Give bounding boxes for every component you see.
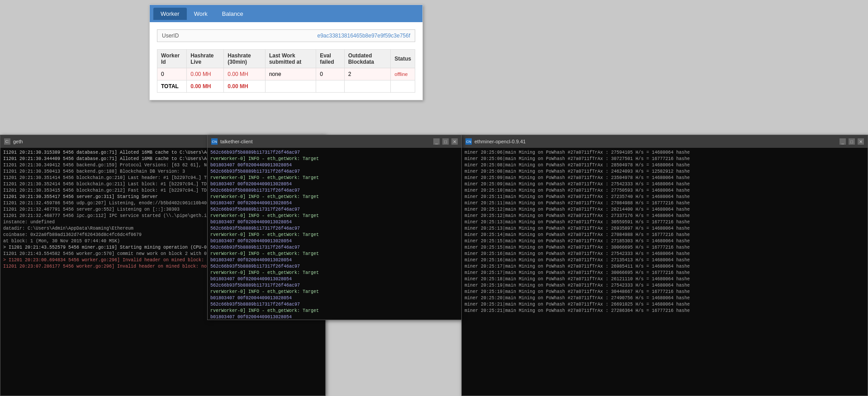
terminal-line: miner 20:25:13|main Mining on PoWhash #2… — [465, 226, 865, 232]
workers-table: Worker Id Hashrate Live Hashrate (30min)… — [157, 49, 415, 93]
tab-bar: Worker Work Balance — [150, 5, 422, 22]
terminal-line: 562c66b93f5b8889b117317f26f46ac97 — [210, 188, 459, 194]
terminal-line: miner 20:25:21|main Mining on PoWhash #2… — [465, 308, 865, 314]
ethminer-controls: _ □ ✕ — [840, 138, 864, 145]
terminal-line: 562c66b93f5b8889b117317f26f46ac97 — [210, 283, 459, 289]
talkclient-controls: _ □ ✕ — [433, 138, 458, 145]
talkclient-title: talkether-client — [220, 139, 433, 144]
mining-pool-panel: Worker Work Balance UserID e9ac338138164… — [149, 5, 423, 100]
cell-total-hashrate-live: 0.00 MH — [187, 80, 224, 93]
table-row: 0 0.00 MH 0.00 MH none 0 2 offline — [157, 68, 415, 80]
ethminer-minimize-btn[interactable]: _ — [840, 138, 846, 145]
terminal-line: b01803407 00f02004409013028054 — [210, 238, 459, 245]
talkclient-minimize-btn[interactable]: _ — [433, 138, 440, 145]
terminal-line: 562c66b93f5b8889b117317f26f46ac97 — [210, 169, 459, 175]
status-badge: offline — [394, 71, 408, 77]
terminal-line: rverWorker-0] INFO - eth_getWork: Target — [210, 270, 459, 276]
terminal-line: miner 20:25:09|main Mining on PoWhash #2… — [465, 181, 865, 188]
terminal-line: miner 20:25:16|main Mining on PoWhash #2… — [465, 257, 865, 264]
terminal-line: b01803407 00f02004409013028054 — [210, 276, 459, 283]
talkclient-close-btn[interactable]: ✕ — [451, 138, 458, 145]
col-hashrate-live: Hashrate Live — [187, 50, 224, 68]
ethminer-terminal: CN ethminer-opencl-0.9.41 _ □ ✕ miner 20… — [461, 135, 868, 396]
col-last-work: Last Work submitted at — [265, 50, 316, 68]
tab-work[interactable]: Work — [187, 8, 215, 20]
terminal-line: rverWorker-0] INFO - eth_getWork: Target — [210, 232, 459, 238]
ethminer-body: miner 20:25:06|main Mining on PoWhash #2… — [462, 148, 868, 396]
terminal-line: miner 20:25:13|main Mining on PoWhash #2… — [465, 219, 865, 226]
col-worker-id: Worker Id — [157, 50, 187, 68]
terminal-line: b01803407 00f02004409013028054 — [210, 314, 459, 320]
talkclient-titlebar: CN talkether-client _ □ ✕ — [208, 135, 461, 148]
terminal-line: 562c66b93f5b8889b117317f26f46ac97 — [210, 207, 459, 213]
terminal-line: 562c66b93f5b8889b117317f26f46ac97 — [210, 245, 459, 251]
cell-hashrate-30min: 0.00 MH — [224, 68, 266, 80]
terminal-line: b01803407 00f02004409013028054 — [210, 257, 459, 264]
terminal-line: miner 20:25:12|main Mining on PoWhash #2… — [465, 207, 865, 213]
panel-content: UserID e9ac33813816465b8e97e9f59c3e756f … — [150, 22, 422, 100]
talkclient-icon: CN — [211, 138, 218, 145]
terminal-line: miner 20:25:20|main Mining on PoWhash #2… — [465, 295, 865, 302]
cell-worker-id: 0 — [157, 68, 187, 80]
ethminer-maximize-btn[interactable]: □ — [849, 138, 855, 145]
cell-last-work: none — [265, 68, 316, 80]
table-totals-row: TOTAL 0.00 MH 0.00 MH — [157, 80, 415, 93]
terminal-line: miner 20:25:09|main Mining on PoWhash #2… — [465, 175, 865, 181]
geth-icon: C: — [4, 138, 10, 145]
terminal-line: rverWorker-0] INFO - eth_getWork: Target — [210, 308, 459, 314]
terminal-line: miner 20:25:11|main Mining on PoWhash #2… — [465, 194, 865, 200]
talkclient-terminal: CN talkether-client _ □ ✕ 562c66b93f5b88… — [207, 135, 462, 320]
terminal-line: miner 20:25:19|main Mining on PoWhash #2… — [465, 289, 865, 295]
terminal-line: b01803407 00f02004409013028054 — [210, 295, 459, 302]
terminal-line: b01803407 00f02004409013028054 — [210, 181, 459, 188]
cell-outdated-block: 2 — [344, 68, 391, 80]
cell-total-empty2 — [316, 80, 344, 93]
col-eval-failed: Eval failed — [316, 50, 344, 68]
talkclient-body: 562c66b93f5b8889b117317f26f46ac97rverWor… — [208, 148, 461, 320]
terminal-line: miner 20:25:19|main Mining on PoWhash #2… — [465, 283, 865, 289]
ethminer-title: ethminer-opencl-0.9.41 — [474, 139, 840, 144]
terminal-line: b01803407 00f02004409013028054 — [210, 162, 459, 169]
cell-total-label: TOTAL — [157, 80, 187, 93]
col-status: Status — [391, 50, 415, 68]
terminal-line: miner 20:25:15|main Mining on PoWhash #2… — [465, 245, 865, 251]
terminal-line: miner 20:25:21|main Mining on PoWhash #2… — [465, 302, 865, 308]
terminal-line: miner 20:25:08|main Mining on PoWhash #2… — [465, 169, 865, 175]
terminal-line: miner 20:25:17|main Mining on PoWhash #2… — [465, 264, 865, 270]
terminal-line: miner 20:25:10|main Mining on PoWhash #2… — [465, 188, 865, 194]
terminal-line: miner 20:25:14|main Mining on PoWhash #2… — [465, 232, 865, 238]
terminal-line: b01803407 00f02004409013028054 — [210, 200, 459, 207]
terminal-line: rverWorker-0] INFO - eth_getWork: Target — [210, 213, 459, 219]
cell-hashrate-live: 0.00 MH — [187, 68, 224, 80]
tab-balance[interactable]: Balance — [215, 8, 251, 20]
terminal-line: rverWorker-0] INFO - eth_getWork: Target — [210, 251, 459, 257]
terminal-line: rverWorker-0] INFO - eth_getWork: Target — [210, 175, 459, 181]
userid-label: UserID — [162, 33, 317, 39]
col-outdated: Outdated Blockdata — [344, 50, 391, 68]
userid-value: e9ac33813816465b8e97e9f59c3e756f — [317, 33, 410, 39]
cell-eval-failed: 0 — [316, 68, 344, 80]
terminal-line: miner 20:25:16|main Mining on PoWhash #2… — [465, 251, 865, 257]
ethminer-titlebar: CN ethminer-opencl-0.9.41 _ □ ✕ — [462, 135, 868, 148]
cell-total-empty1 — [265, 80, 316, 93]
terminal-line: miner 20:25:06|main Mining on PoWhash #2… — [465, 150, 865, 156]
ethminer-icon: CN — [465, 138, 472, 145]
talkclient-maximize-btn[interactable]: □ — [442, 138, 449, 145]
terminal-line: miner 20:25:15|main Mining on PoWhash #2… — [465, 238, 865, 245]
ethminer-close-btn[interactable]: ✕ — [858, 138, 864, 145]
terminal-line: miner 20:25:11|main Mining on PoWhash #2… — [465, 200, 865, 207]
terminal-line: miner 20:25:17|main Mining on PoWhash #2… — [465, 270, 865, 276]
col-hashrate-30min: Hashrate (30min) — [224, 50, 266, 68]
terminal-line: rverWorker-0] INFO - eth_getWork: Target — [210, 289, 459, 295]
terminal-line: b01803407 00f02004409013028054 — [210, 219, 459, 226]
tab-worker[interactable]: Worker — [153, 8, 187, 20]
terminal-line: rverWorker-0] INFO - eth_getWork: Target — [210, 156, 459, 162]
terminal-line: 562c66b93f5b8889b117317f26f46ac97 — [210, 264, 459, 270]
cell-total-hashrate-30min: 0.00 MH — [224, 80, 266, 93]
cell-total-empty3 — [344, 80, 391, 93]
userid-row: UserID e9ac33813816465b8e97e9f59c3e756f — [157, 29, 415, 42]
terminal-line: miner 20:25:12|main Mining on PoWhash #2… — [465, 213, 865, 219]
terminal-line: 562c66b93f5b8889b117317f26f46ac97 — [210, 226, 459, 232]
terminal-line: rverWorker-0] INFO - eth_getWork: Target — [210, 194, 459, 200]
terminal-line: miner 20:25:18|main Mining on PoWhash #2… — [465, 276, 865, 283]
